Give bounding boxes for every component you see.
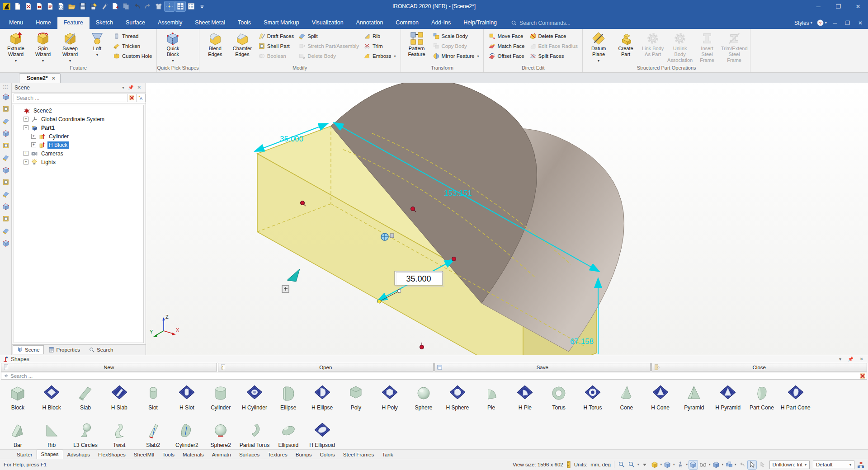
catalog-pin-toggle-icon[interactable]: 📌 [846, 357, 855, 362]
dropdown-caret-icon[interactable]: ▾ [686, 463, 688, 466]
menu-tab-annotation[interactable]: Annotation [350, 17, 390, 29]
status-pick-cursor-button[interactable] [758, 461, 766, 469]
menu-tab-tools[interactable]: Tools [231, 17, 257, 29]
styles-menu[interactable]: Styles ▾ [794, 20, 812, 26]
ribbon-button-unlink-body-association[interactable]: Unlink BodyAssociation [667, 31, 693, 64]
catalog-tab-bumps[interactable]: Bumps [292, 451, 316, 459]
close-button[interactable]: ✕ [848, 0, 868, 13]
catalog-save-button[interactable]: Save [434, 363, 651, 371]
ribbon-button-rib[interactable]: Rib [362, 32, 398, 41]
expand-icon[interactable]: + [31, 142, 36, 147]
view-toolbar-icon-9[interactable] [1, 190, 10, 199]
menu-tab-home[interactable]: Home [29, 17, 57, 29]
shape-item-h-slot[interactable]: H Slot [170, 380, 204, 411]
status-view-caret-button[interactable] [640, 461, 649, 469]
doc-minimize-button[interactable]: ─ [831, 20, 839, 26]
menu-tab-visualization[interactable]: Visualization [306, 17, 350, 29]
menu-tab-menu[interactable]: Menu [3, 17, 29, 29]
view-toolbar-icon-1[interactable] [1, 92, 10, 101]
catalog-new-button[interactable]: New [1, 363, 217, 371]
dropdown-caret-icon[interactable]: ▾ [735, 463, 736, 466]
shape-item-ellipse[interactable]: Ellipse [271, 380, 305, 411]
ribbon-button-extrude-wizard[interactable]: ExtrudeWizard [3, 31, 29, 64]
ribbon-button-sweep-wizard[interactable]: SweepWizard [57, 31, 83, 64]
shape-item-ellipsoid[interactable]: Ellipsoid [271, 418, 305, 448]
command-search[interactable]: Search Commands... [511, 17, 571, 29]
panel-close-icon[interactable]: ✕ [136, 85, 143, 90]
scene-search-input[interactable] [14, 94, 127, 102]
shape-item-slab2[interactable]: Slab2 [136, 418, 170, 448]
qat-undo-button[interactable] [132, 1, 142, 11]
shape-item-partial-torus[interactable]: Partial Torus [238, 418, 272, 448]
qat-new-doc-button[interactable] [13, 1, 23, 11]
ribbon-button-emboss[interactable]: Emboss [362, 52, 398, 61]
style-dropdown[interactable]: Default▾ [813, 461, 854, 469]
qat-window-layout-button[interactable] [175, 1, 185, 11]
collapse-icon[interactable]: − [24, 125, 28, 130]
status-multi-body-view-button[interactable] [725, 461, 733, 469]
menu-tab-common[interactable]: Common [389, 17, 425, 29]
catalog-tab-steel-frames[interactable]: Steel Frames [339, 451, 378, 459]
help-menu[interactable]: ? ▾ [817, 19, 827, 26]
shape-item-bar[interactable]: Bar [1, 418, 35, 448]
menu-tab-assembly[interactable]: Assembly [151, 17, 189, 29]
ribbon-button-pattern-feature[interactable]: PatternFeature [404, 31, 430, 58]
view-toolbar-icon-13[interactable] [1, 239, 10, 248]
tree-item-part1[interactable]: −Part1 [14, 123, 143, 132]
structure-tree-icon[interactable] [858, 461, 864, 468]
shape-item-pyramid[interactable]: Pyramid [677, 380, 711, 411]
view-toolbar-icon-8[interactable] [1, 178, 10, 187]
ribbon-button-spin-wizard[interactable]: SpinWizard [30, 31, 56, 64]
shape-item-h-slab[interactable]: H Slab [102, 380, 136, 411]
panel-pin-icon[interactable]: 📌 [126, 85, 135, 90]
ribbon-button-shell-part[interactable]: Shell Part [256, 42, 296, 51]
ribbon-button-create-part[interactable]: CreatePart [613, 31, 639, 58]
shape-item-cone[interactable]: Cone [609, 380, 643, 411]
dropdown-caret-icon[interactable]: ▾ [722, 463, 723, 466]
expand-icon[interactable]: + [24, 160, 28, 164]
ribbon-button-insert-steel-frame[interactable]: Insert SteelFrame [694, 31, 720, 64]
ribbon-button-delete-face[interactable]: Delete Face [528, 32, 580, 41]
shape-item-h-ellipse[interactable]: H Ellipse [305, 380, 339, 411]
menu-tab-sketch[interactable]: Sketch [90, 17, 119, 29]
filter-search-icon[interactable]: A [137, 94, 146, 102]
ribbon-button-loft-[interactable]: Loft [84, 31, 110, 58]
catalog-tab-advshaps[interactable]: Advshaps [63, 451, 94, 459]
view-toolbar-icon-7[interactable] [1, 165, 10, 174]
ribbon-button-thicken[interactable]: Thicken [111, 42, 154, 51]
shape-item-part-cone[interactable]: Part Cone [745, 380, 779, 411]
catalog-close-icon[interactable]: ✕ [858, 357, 865, 362]
tree-item-scene2[interactable]: Scene2 [14, 106, 143, 115]
shape-item-h-pie[interactable]: H Pie [508, 380, 542, 411]
shape-item-h-part-cone[interactable]: H Part Cone [778, 380, 812, 411]
catalog-tab-flexshapes[interactable]: FlexShapes [94, 451, 130, 459]
tree-item-cameras[interactable]: +Cameras [14, 149, 143, 158]
ribbon-button-stretch-part-assembly[interactable]: Stretch Part/Assembly [297, 42, 361, 51]
qat-save-button[interactable] [78, 1, 88, 11]
catalog-tab-tools[interactable]: Tools [158, 451, 179, 459]
status-facet-view-button[interactable] [689, 461, 698, 469]
catalog-tab-shapes[interactable]: Shapes [37, 450, 63, 459]
shape-item-h-poly[interactable]: H Poly [373, 380, 407, 411]
shape-item-poly[interactable]: Poly [339, 380, 373, 411]
qat-more-caret-button[interactable] [197, 1, 207, 11]
status-walk-camera-button[interactable] [676, 461, 684, 469]
catalog-tab-colors[interactable]: Colors [316, 451, 339, 459]
expand-icon[interactable]: + [24, 151, 28, 156]
dropdown-caret-icon[interactable]: ▾ [660, 463, 662, 466]
view-toolbar-icon-10[interactable] [1, 202, 10, 211]
shape-item-cylinder2[interactable]: Cylinder2 [170, 418, 204, 448]
ribbon-button-mirror-feature[interactable]: Mirror Feature [431, 52, 481, 61]
menu-tab-sheet-metal[interactable]: Sheet Metal [189, 17, 231, 29]
shape-item-pie[interactable]: Pie [474, 380, 508, 411]
panel-tab-search[interactable]: Search [85, 345, 117, 354]
ribbon-button-chamfer-edges[interactable]: ChamferEdges [229, 31, 255, 58]
shape-item-l3-circles[interactable]: L3 Circles [69, 418, 103, 448]
catalog-open-button[interactable]: Open [218, 363, 434, 371]
catalog-tab-textures[interactable]: Textures [264, 451, 291, 459]
status-zoom-in-button[interactable] [618, 461, 626, 469]
status-zoom-window-button[interactable] [627, 461, 636, 469]
qat-copy-button[interactable] [121, 1, 131, 11]
view-toolbar-icon-2[interactable] [1, 104, 10, 113]
shape-item-h-cone[interactable]: H Cone [643, 380, 677, 411]
